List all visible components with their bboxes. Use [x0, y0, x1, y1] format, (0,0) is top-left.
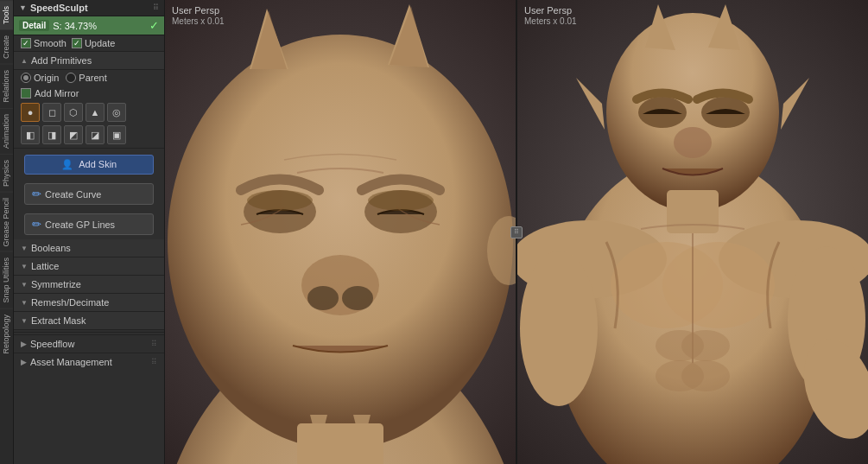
speedflow-drag: ⠿	[151, 340, 157, 348]
tab-animation[interactable]: Animation	[0, 108, 13, 154]
add-primitives-section[interactable]: ▲ Add Primitives	[14, 52, 164, 70]
head-left-render	[165, 0, 516, 464]
origin-radio-dot	[21, 73, 31, 83]
symmetrize-arrow: ▼	[21, 281, 28, 289]
add-mirror-cb	[21, 88, 31, 99]
separator-1	[14, 148, 164, 149]
prim-icon-circle[interactable]: ◨	[42, 125, 61, 144]
origin-radio[interactable]: Origin	[21, 73, 59, 83]
prim-icon-cube[interactable]: ◻	[42, 103, 61, 122]
svg-point-15	[247, 190, 313, 211]
smooth-checkbox[interactable]: ✓ Smooth	[21, 38, 67, 48]
asset-management-section[interactable]: ▶ Asset Management ⠿	[14, 353, 164, 371]
tab-grease-pencil[interactable]: Grease Pencil	[0, 192, 13, 252]
vertical-tab-bar: Tools Create Relations Animation Physics…	[0, 0, 14, 464]
prim-icon-cyl[interactable]: ⬡	[64, 103, 83, 122]
detail-label: Detail	[19, 20, 49, 31]
update-cb-box: ✓	[72, 38, 82, 48]
viewport-divider[interactable]: ⠿	[510, 226, 523, 238]
svg-point-34	[662, 242, 775, 328]
smooth-cb-box: ✓	[21, 38, 31, 48]
lattice-arrow: ▼	[21, 263, 28, 270]
speedflow-section[interactable]: ▶ Speedflow ⠿	[14, 334, 164, 353]
booleans-label: Booleans	[31, 243, 71, 253]
svg-rect-17	[297, 423, 383, 464]
asset-mgmt-label: Asset Management	[30, 357, 112, 367]
remesh-section[interactable]: ▼ Remesh/Decimate	[14, 294, 164, 312]
create-gp-lines-button[interactable]: ✏ Create GP Lines	[24, 213, 154, 235]
detail-value: S: 34.73%	[53, 21, 97, 31]
svg-point-27	[674, 127, 712, 158]
svg-point-2	[168, 35, 513, 449]
svg-point-36	[681, 330, 730, 361]
body-right-render	[517, 0, 868, 464]
prim-icon-empty[interactable]: ◪	[86, 125, 105, 144]
panel-drag-handle: ⠿	[153, 3, 159, 12]
tab-snap-utilities[interactable]: Snap Utilities	[0, 251, 13, 308]
prim-icon-torus[interactable]: ◎	[107, 103, 126, 122]
svg-point-20	[606, 13, 779, 212]
tab-physics[interactable]: Physics	[0, 154, 13, 192]
svg-point-16	[368, 190, 434, 211]
primitive-icon-row-1: ● ◻ ⬡ ▲ ◎	[14, 101, 164, 124]
tab-create[interactable]: Create	[0, 29, 13, 64]
panel-title: SpeedSculpt	[30, 3, 88, 13]
svg-point-11	[342, 286, 373, 310]
prim-icon-monkey[interactable]: ◩	[64, 125, 83, 144]
add-skin-wrapper: 👤 Add Skin	[14, 150, 164, 179]
prim-icon-cone[interactable]: ▲	[86, 103, 105, 122]
symmetrize-section[interactable]: ▼ Symmetrize	[14, 276, 164, 294]
update-label: Update	[85, 38, 115, 48]
smooth-update-row: ✓ Smooth ✓ Update	[14, 35, 164, 52]
create-curve-wrapper: ✏ Create Curve	[14, 179, 164, 209]
parent-radio-dot	[66, 73, 76, 83]
booleans-arrow: ▼	[21, 245, 28, 252]
prim-icon-plane[interactable]: ◧	[21, 125, 40, 144]
lattice-label: Lattice	[31, 261, 59, 271]
add-mirror-row[interactable]: Add Mirror	[14, 86, 164, 101]
update-checkbox[interactable]: ✓ Update	[72, 38, 115, 48]
smooth-label: Smooth	[34, 38, 67, 48]
extract-mask-arrow: ▼	[21, 317, 28, 325]
create-curve-label: Create Curve	[45, 189, 101, 200]
detail-row: Detail S: 34.73% ✓	[14, 16, 164, 35]
parent-radio[interactable]: Parent	[66, 73, 106, 83]
create-gp-lines-label: Create GP Lines	[45, 219, 115, 230]
speedflow-title-row: ▶ Speedflow	[21, 339, 74, 349]
detail-check-icon: ✓	[149, 19, 159, 32]
add-primitives-arrow: ▲	[21, 57, 28, 65]
lattice-section[interactable]: ▼ Lattice	[14, 257, 164, 276]
add-skin-icon: 👤	[61, 159, 73, 169]
create-curve-button[interactable]: ✏ Create Curve	[24, 183, 154, 205]
tab-relations[interactable]: Relations	[0, 64, 13, 108]
sidebar-panel: ▼ SpeedSculpt ⠿ Detail S: 34.73% ✓ ✓ Smo…	[14, 0, 165, 464]
speedflow-label: Speedflow	[30, 339, 74, 349]
add-mirror-label: Add Mirror	[35, 88, 79, 99]
separator-2	[14, 332, 164, 333]
primitive-icon-row-2: ◧ ◨ ◩ ◪ ▣	[14, 124, 164, 146]
panel-collapse-icon: ▼	[19, 3, 27, 12]
prim-icon-sphere[interactable]: ●	[21, 103, 40, 122]
booleans-section[interactable]: ▼ Booleans	[14, 239, 164, 257]
create-curve-icon: ✏	[32, 188, 41, 200]
viewport-left[interactable]: User Persp Meters x 0.01	[165, 0, 517, 464]
prim-icon-extra[interactable]: ▣	[107, 125, 126, 144]
speedflow-arrow: ▶	[21, 340, 27, 348]
extract-mask-section[interactable]: ▼ Extract Mask	[14, 312, 164, 330]
panel-title-row: ▼ SpeedSculpt	[19, 3, 88, 13]
remesh-arrow: ▼	[21, 299, 28, 307]
svg-point-31	[520, 251, 598, 406]
symmetrize-label: Symmetrize	[31, 279, 81, 289]
create-gp-lines-icon: ✏	[32, 218, 41, 231]
tab-tools[interactable]: Tools	[0, 0, 13, 29]
asset-mgmt-title-row: ▶ Asset Management	[21, 357, 112, 367]
asset-mgmt-arrow: ▶	[21, 358, 27, 366]
origin-label: Origin	[34, 73, 59, 83]
svg-point-38	[681, 360, 730, 391]
remesh-label: Remesh/Decimate	[31, 297, 109, 308]
tab-retopology[interactable]: Retopology	[0, 308, 13, 359]
extract-mask-label: Extract Mask	[31, 315, 86, 326]
svg-point-10	[307, 286, 339, 310]
add-skin-button[interactable]: 👤 Add Skin	[24, 155, 154, 175]
viewport-right[interactable]: User Persp Meters x 0.01	[517, 0, 868, 464]
